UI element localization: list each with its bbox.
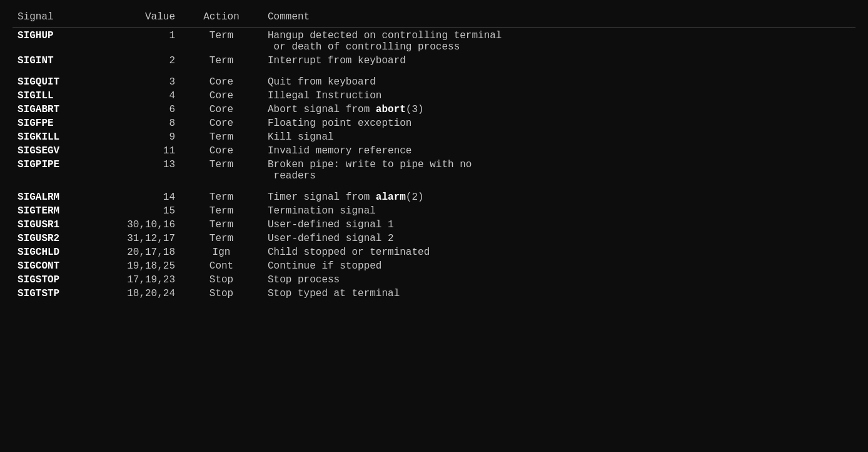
signal-action: Term: [194, 204, 263, 218]
table-row: SIGTERM15TermTermination signal: [13, 204, 855, 218]
table-row: SIGTSTP18,20,24StopStop typed at termina…: [13, 287, 855, 300]
signal-value: 4: [113, 89, 194, 103]
signal-name: SIGTERM: [13, 204, 113, 218]
signal-value: 31,12,17: [113, 232, 194, 245]
signal-name: SIGILL: [13, 89, 113, 103]
signal-name: SIGCHLD: [13, 245, 113, 259]
signal-value: 3: [113, 75, 194, 89]
signal-comment: User-defined signal 1: [263, 218, 855, 232]
signal-value: 2: [113, 54, 194, 68]
header-value: Value: [113, 8, 194, 28]
signal-action: Stop: [194, 287, 263, 300]
signal-value: 11: [113, 144, 194, 158]
signal-comment: Timer signal from alarm(2): [263, 190, 855, 204]
signal-name: SIGINT: [13, 54, 113, 68]
signal-value: 19,18,25: [113, 259, 194, 273]
signal-action: Core: [194, 103, 263, 116]
signal-action: Term: [194, 190, 263, 204]
signal-comment: Illegal Instruction: [263, 89, 855, 103]
signal-name: SIGABRT: [13, 103, 113, 116]
signal-action: Term: [194, 158, 263, 183]
signal-action: Term: [194, 130, 263, 144]
table-row: SIGCHLD20,17,18IgnChild stopped or termi…: [13, 245, 855, 259]
table-header-row: Signal Value Action Comment: [13, 8, 855, 28]
signal-action: Term: [194, 54, 263, 68]
table-row: SIGUSR130,10,16TermUser-defined signal 1: [13, 218, 855, 232]
signal-comment: Quit from keyboard: [263, 75, 855, 89]
signal-value: 20,17,18: [113, 245, 194, 259]
signal-value: 13: [113, 158, 194, 183]
table-row: SIGSTOP17,19,23StopStop process: [13, 273, 855, 287]
signal-name: SIGPIPE: [13, 158, 113, 183]
table-row: SIGKILL9TermKill signal: [13, 130, 855, 144]
signal-name: SIGFPE: [13, 116, 113, 130]
signal-value: 30,10,16: [113, 218, 194, 232]
signal-comment: Continue if stopped: [263, 259, 855, 273]
signal-comment: Stop typed at terminal: [263, 287, 855, 300]
table-row: SIGALRM14TermTimer signal from alarm(2): [13, 190, 855, 204]
header-signal: Signal: [13, 8, 113, 28]
signal-value: 18,20,24: [113, 287, 194, 300]
signal-comment: Kill signal: [263, 130, 855, 144]
signal-comment: Child stopped or terminated: [263, 245, 855, 259]
table-row: SIGUSR231,12,17TermUser-defined signal 2: [13, 232, 855, 245]
signal-name: SIGALRM: [13, 190, 113, 204]
signal-name: SIGSEGV: [13, 144, 113, 158]
signal-name: SIGSTOP: [13, 273, 113, 287]
signal-comment: Abort signal from abort(3): [263, 103, 855, 116]
signal-action: Ign: [194, 245, 263, 259]
table-row: SIGILL4CoreIllegal Instruction: [13, 89, 855, 103]
signal-action: Term: [194, 29, 263, 54]
spacer-row: [13, 68, 855, 75]
signal-comment: Termination signal: [263, 204, 855, 218]
signal-action: Core: [194, 116, 263, 130]
signal-action: Term: [194, 218, 263, 232]
signal-name: SIGKILL: [13, 130, 113, 144]
signals-table: Signal Value Action Comment SIGHUP1TermH…: [13, 8, 855, 300]
signal-value: 8: [113, 116, 194, 130]
signal-name: SIGUSR1: [13, 218, 113, 232]
table-row: SIGCONT19,18,25ContContinue if stopped: [13, 259, 855, 273]
header-comment: Comment: [263, 8, 855, 28]
signal-comment: Floating point exception: [263, 116, 855, 130]
signal-action: Core: [194, 89, 263, 103]
signal-action: Cont: [194, 259, 263, 273]
signal-comment: Stop process: [263, 273, 855, 287]
signal-name: SIGHUP: [13, 29, 113, 54]
signal-comment: User-defined signal 2: [263, 232, 855, 245]
table-row: SIGINT2TermInterrupt from keyboard: [13, 54, 855, 68]
signal-comment: Hangup detected on controlling terminal …: [263, 29, 855, 54]
signal-value: 6: [113, 103, 194, 116]
table-row: SIGABRT6CoreAbort signal from abort(3): [13, 103, 855, 116]
table-row: SIGQUIT3CoreQuit from keyboard: [13, 75, 855, 89]
signal-value: 9: [113, 130, 194, 144]
table-row: SIGHUP1TermHangup detected on controllin…: [13, 29, 855, 54]
signal-name: SIGQUIT: [13, 75, 113, 89]
signal-comment: Interrupt from keyboard: [263, 54, 855, 68]
table-row: SIGSEGV11CoreInvalid memory reference: [13, 144, 855, 158]
signal-comment: Broken pipe: write to pipe with no reade…: [263, 158, 855, 183]
table-row: SIGFPE8CoreFloating point exception: [13, 116, 855, 130]
signal-action: Stop: [194, 273, 263, 287]
signal-name: SIGUSR2: [13, 232, 113, 245]
signal-value: 1: [113, 29, 194, 54]
table-row: SIGPIPE13TermBroken pipe: write to pipe …: [13, 158, 855, 183]
signal-name: SIGCONT: [13, 259, 113, 273]
signal-value: 14: [113, 190, 194, 204]
signal-action: Core: [194, 144, 263, 158]
signal-value: 17,19,23: [113, 273, 194, 287]
signal-comment: Invalid memory reference: [263, 144, 855, 158]
signal-action: Term: [194, 232, 263, 245]
signal-name: SIGTSTP: [13, 287, 113, 300]
signal-action: Core: [194, 75, 263, 89]
spacer-row: [13, 183, 855, 190]
header-action: Action: [194, 8, 263, 28]
signal-value: 15: [113, 204, 194, 218]
